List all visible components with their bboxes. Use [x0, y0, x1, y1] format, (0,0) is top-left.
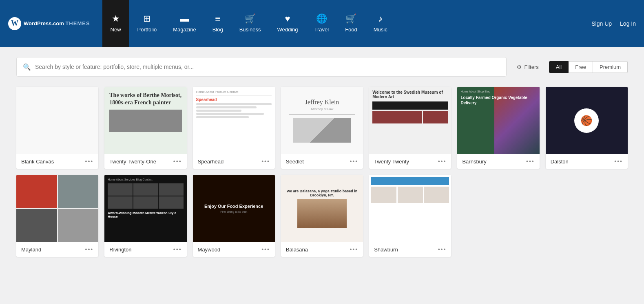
nav-label-new: New [111, 26, 121, 33]
nav-item-food[interactable]: 🛒Food [337, 0, 365, 47]
theme-card-twenty-twenty[interactable]: Welcome to the Swedish Museum of Modern … [369, 87, 451, 169]
theme-thumbnail-mayland [16, 175, 98, 242]
portfolio-icon: ⊞ [143, 13, 150, 24]
theme-menu-rivington[interactable]: ••• [173, 246, 182, 253]
theme-footer-barnsbury: Barnsbury••• [457, 154, 539, 169]
theme-menu-barnsbury[interactable]: ••• [526, 158, 535, 165]
new-icon: ★ [112, 13, 120, 24]
nav-item-business[interactable]: 🛒Business [231, 0, 269, 47]
theme-menu-maywood[interactable]: ••• [261, 246, 270, 253]
search-section: 🔍 ⚙ Filters AllFreePremium [0, 47, 644, 85]
theme-thumbnail-dalston: 🏀 [546, 87, 628, 154]
theme-name-barnsbury: Barnsbury [462, 159, 486, 165]
wp-logo-text: WordPress.com [24, 20, 64, 26]
theme-name-mayland: Mayland [21, 247, 41, 253]
theme-name-twenty-twenty: Twenty Twenty [374, 159, 409, 165]
theme-thumbnail-rivington: Home About Services Blog ContactAward-Wi… [104, 175, 186, 242]
theme-thumbnail-balasana: We are Bālāsana, a yoga studio based in … [281, 175, 363, 242]
nav-label-travel: Travel [314, 26, 329, 33]
themes-label: THEMES [65, 20, 90, 26]
log-in-link[interactable]: Log In [620, 20, 636, 27]
theme-card-barnsbury[interactable]: Home About Shop BlogLocally Farmed Organ… [457, 87, 539, 169]
theme-thumbnail-barnsbury: Home About Shop BlogLocally Farmed Organ… [457, 87, 539, 154]
themes-grid: Blank Canvas•••The works of Berthe Moris… [0, 85, 644, 269]
theme-thumbnail-twenty-twenty-one: The works of Berthe Morisot, 1800s-era F… [104, 87, 186, 154]
nav-item-travel[interactable]: 🌐Travel [306, 0, 337, 47]
theme-footer-twenty-twenty: Twenty Twenty••• [369, 154, 451, 169]
theme-card-twenty-twenty-one[interactable]: The works of Berthe Morisot, 1800s-era F… [104, 87, 186, 169]
theme-card-shawburn[interactable]: Shawburn••• [369, 175, 451, 257]
theme-thumbnail-seedlet: Jeffrey KleinAttorney at Law [281, 87, 363, 154]
theme-footer-rivington: Rivington••• [104, 242, 186, 257]
filter-tab-all[interactable]: All [549, 61, 569, 73]
theme-card-rivington[interactable]: Home About Services Blog ContactAward-Wi… [104, 175, 186, 257]
theme-menu-mayland[interactable]: ••• [85, 246, 94, 253]
theme-menu-dalston[interactable]: ••• [614, 158, 623, 165]
theme-menu-shawburn[interactable]: ••• [438, 246, 447, 253]
theme-menu-seedlet[interactable]: ••• [350, 158, 358, 165]
wp-logo[interactable]: W WordPress.com THEMES [8, 17, 90, 30]
search-bar: 🔍 [16, 57, 507, 77]
nav-label-blog: Blog [212, 26, 223, 33]
nav-item-new[interactable]: ★New [102, 0, 129, 47]
sign-up-link[interactable]: Sign Up [591, 20, 612, 27]
nav-item-blog[interactable]: ≡Blog [204, 0, 231, 47]
theme-menu-twenty-twenty-one[interactable]: ••• [173, 158, 182, 165]
nav-label-wedding: Wedding [277, 26, 298, 33]
business-icon: 🛒 [245, 13, 256, 24]
theme-footer-twenty-twenty-one: Twenty Twenty-One••• [104, 154, 186, 169]
nav-item-magazine[interactable]: ▬Magazine [165, 0, 204, 47]
theme-card-dalston[interactable]: 🏀Dalston••• [546, 87, 628, 169]
theme-name-balasana: Balasana [286, 247, 308, 253]
theme-name-dalston: Dalston [551, 159, 569, 165]
theme-name-rivington: Rivington [109, 247, 131, 253]
theme-footer-spearhead: Spearhead••• [193, 154, 275, 169]
nav-item-portfolio[interactable]: ⊞Portfolio [129, 0, 165, 47]
theme-footer-shawburn: Shawburn••• [369, 242, 451, 257]
theme-footer-balasana: Balasana••• [281, 242, 363, 257]
theme-thumbnail-twenty-twenty: Welcome to the Swedish Museum of Modern … [369, 87, 451, 154]
theme-menu-twenty-twenty[interactable]: ••• [438, 158, 447, 165]
theme-name-maywood: Maywood [198, 247, 221, 253]
theme-card-mayland[interactable]: Mayland••• [16, 175, 98, 257]
blog-icon: ≡ [215, 13, 220, 24]
theme-menu-blank-canvas[interactable]: ••• [85, 158, 94, 165]
nav-label-food: Food [345, 26, 357, 33]
theme-name-spearhead: Spearhead [198, 159, 224, 165]
theme-thumbnail-blank-canvas [16, 87, 98, 154]
theme-footer-blank-canvas: Blank Canvas••• [16, 154, 98, 169]
search-icon: 🔍 [23, 63, 31, 71]
theme-card-seedlet[interactable]: Jeffrey KleinAttorney at LawSeedlet••• [281, 87, 363, 169]
food-icon: 🛒 [345, 13, 356, 24]
theme-thumbnail-maywood: Enjoy Our Food ExperienceFine dining at … [193, 175, 275, 242]
filter-tab-premium[interactable]: Premium [593, 61, 628, 73]
travel-icon: 🌐 [316, 13, 327, 24]
magazine-icon: ▬ [180, 13, 189, 24]
filter-tabs: AllFreePremium [549, 61, 628, 73]
search-input[interactable] [35, 64, 500, 70]
music-icon: ♪ [378, 13, 383, 24]
nav-label-magazine: Magazine [173, 26, 196, 33]
filters-label: Filters [524, 64, 538, 70]
nav-label-music: Music [374, 26, 387, 33]
filter-tab-free[interactable]: Free [569, 61, 593, 73]
nav-label-business: Business [239, 26, 261, 33]
theme-card-blank-canvas[interactable]: Blank Canvas••• [16, 87, 98, 169]
wedding-icon: ♥ [285, 13, 290, 24]
nav-item-wedding[interactable]: ♥Wedding [269, 0, 306, 47]
filters-button[interactable]: ⚙ Filters [513, 62, 542, 73]
theme-footer-mayland: Mayland••• [16, 242, 98, 257]
theme-name-shawburn: Shawburn [374, 247, 398, 253]
theme-card-maywood[interactable]: Enjoy Our Food ExperienceFine dining at … [193, 175, 275, 257]
theme-menu-spearhead[interactable]: ••• [261, 158, 270, 165]
wp-logo-icon: W [8, 17, 21, 30]
theme-footer-dalston: Dalston••• [546, 154, 628, 169]
gear-icon: ⚙ [517, 64, 522, 70]
theme-footer-maywood: Maywood••• [193, 242, 275, 257]
theme-card-spearhead[interactable]: Home About Product ContactSpearheadSpear… [193, 87, 275, 169]
theme-menu-balasana[interactable]: ••• [350, 246, 358, 253]
nav-item-music[interactable]: ♪Music [365, 0, 396, 47]
theme-name-seedlet: Seedlet [286, 159, 304, 165]
theme-name-blank-canvas: Blank Canvas [21, 159, 54, 165]
theme-card-balasana[interactable]: We are Bālāsana, a yoga studio based in … [281, 175, 363, 257]
